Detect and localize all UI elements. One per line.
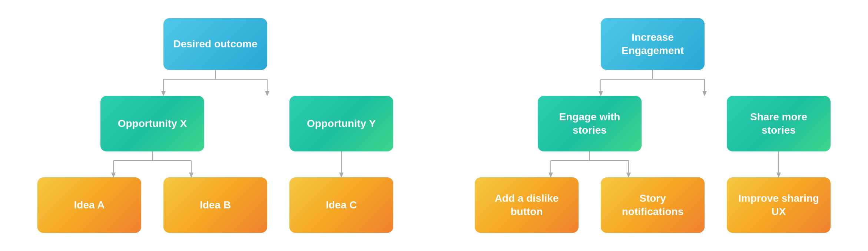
level2-opp-y-row: Idea C — [289, 177, 393, 233]
idea-c-col: Idea C — [289, 177, 393, 233]
idea-b-label: Idea B — [200, 198, 231, 212]
opportunity-x-label: Opportunity X — [118, 117, 187, 130]
arrow-svg-opp-y — [289, 151, 393, 177]
diagram-2: Increase Engagement Engage with stories — [475, 18, 831, 233]
engage-stories-col: Engage with stories — [475, 96, 705, 233]
root-node-2: Increase Engagement — [601, 18, 705, 70]
idea-b-node: Idea B — [163, 177, 267, 233]
opportunity-y-node: Opportunity Y — [289, 96, 393, 151]
fork-svg-2 — [538, 70, 768, 96]
opp-y-col: Opportunity Y Idea C — [289, 96, 393, 233]
notifications-col: Story notifications — [601, 177, 705, 233]
level2-opp-x-row: Idea A Idea B — [37, 177, 267, 233]
diagrams-container: Desired outcome Opportunity X — [15, 3, 853, 248]
diagram-1: Desired outcome Opportunity X — [37, 18, 393, 233]
dislike-label: Add a dislike button — [484, 192, 570, 219]
sharing-ux-label: Improve sharing UX — [736, 192, 822, 219]
arrow-svg-share — [727, 151, 831, 177]
idea-a-label: Idea A — [74, 198, 105, 212]
idea-b-col: Idea B — [163, 177, 267, 233]
fork-svg-engage — [523, 151, 656, 177]
share-stories-label: Share more stories — [736, 110, 822, 137]
idea-a-node: Idea A — [37, 177, 141, 233]
share-stories-col: Share more stories Improve sharing UX — [727, 96, 831, 233]
fork-svg-opp-x — [86, 151, 219, 177]
dislike-col: Add a dislike button — [475, 177, 579, 233]
root-label-1: Desired outcome — [173, 37, 257, 51]
level2-engage-row: Add a dislike button Story notifications — [475, 177, 705, 233]
root-label-2: Increase Engagement — [610, 31, 696, 58]
sharing-ux-col: Improve sharing UX — [727, 177, 831, 233]
notifications-node: Story notifications — [601, 177, 705, 233]
engage-stories-node: Engage with stories — [538, 96, 642, 151]
opp-x-col: Opportunity X — [37, 96, 267, 233]
opportunity-y-label: Opportunity Y — [307, 117, 376, 130]
idea-c-label: Idea C — [326, 198, 357, 212]
sharing-ux-node: Improve sharing UX — [727, 177, 831, 233]
idea-a-col: Idea A — [37, 177, 141, 233]
share-stories-node: Share more stories — [727, 96, 831, 151]
level2-share-row: Improve sharing UX — [727, 177, 831, 233]
fork-svg-1 — [100, 70, 330, 96]
opportunity-x-node: Opportunity X — [100, 96, 204, 151]
level1-row-2: Engage with stories — [475, 96, 831, 233]
level1-row-1: Opportunity X — [37, 96, 393, 233]
dislike-node: Add a dislike button — [475, 177, 579, 233]
idea-c-node: Idea C — [289, 177, 393, 233]
root-node-1: Desired outcome — [163, 18, 267, 70]
engage-stories-label: Engage with stories — [547, 110, 633, 137]
notifications-label: Story notifications — [610, 192, 696, 219]
